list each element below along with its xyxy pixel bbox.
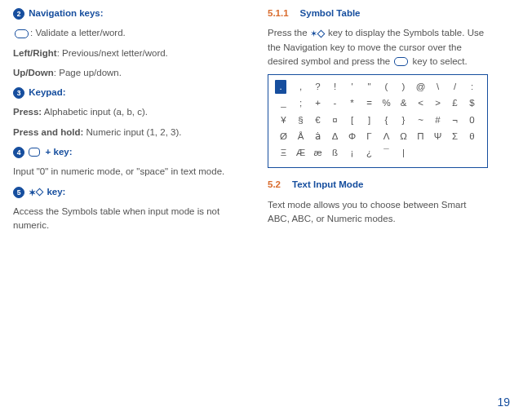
symbol-cell: Ω	[395, 130, 412, 144]
symbol-cell: æ	[309, 146, 326, 160]
symbol-cell: *	[343, 96, 361, 110]
symbol-cell: ¡	[343, 146, 361, 160]
symbol-cell: Φ	[343, 130, 361, 144]
manual-page: 2 Navigation keys: : Validate a letter/w…	[0, 0, 523, 245]
up-down-text: : Page up/down.	[54, 68, 122, 77]
sym-text-c: key to select.	[410, 56, 467, 66]
symbol-cell: ¯	[378, 146, 395, 160]
up-down-label: Up/Down	[13, 68, 54, 77]
sym-text-a: Press the	[268, 28, 310, 38]
symbol-cell: Ø	[275, 130, 292, 144]
press-text: Alphabetic input (a, b, c).	[42, 107, 148, 117]
symbol-cell: ~	[412, 113, 429, 127]
symbol-cell: Ξ	[275, 146, 292, 160]
symbol-cell: )	[395, 80, 412, 94]
left-column: 2 Navigation keys: : Validate a letter/w…	[13, 7, 233, 238]
marker-3-icon: 3	[13, 87, 24, 99]
press-hold-label: Press and hold:	[13, 127, 83, 137]
up-down-line: Up/Down: Page up/down.	[13, 66, 233, 80]
diamond-icon-2	[317, 29, 325, 38]
table-row: ØÅȧΔΦΓΛΩΠΨΣθ	[275, 130, 481, 144]
symbol-cell: {	[378, 113, 395, 127]
right-column: 5.1.1Symbol Table Press the ✶ key to dis…	[268, 7, 488, 238]
star-key-body: Access the Symbols table when input mode…	[13, 205, 233, 233]
symbol-cell: /	[446, 80, 463, 94]
validate-text: : Validate a letter/word.	[30, 28, 126, 38]
symbol-cell: ß	[326, 146, 343, 160]
item-keypad: 3 Keypad:	[13, 86, 233, 99]
zero-key-label: key:	[54, 147, 73, 157]
symbol-cell: _	[275, 96, 292, 110]
star-key-label: key:	[47, 187, 65, 197]
section-number: 5.1.1	[268, 8, 289, 18]
symbol-cell: "	[361, 80, 378, 94]
symbol-cell: ¤	[326, 113, 343, 127]
left-right-line: Left/Right: Previous/next letter/word.	[13, 46, 233, 60]
left-right-label: Left/Right	[13, 48, 57, 58]
text-input-para: Text mode allows you to choose between S…	[268, 198, 488, 227]
symbol-cell: -	[326, 96, 343, 110]
symbol-cell: #	[429, 113, 446, 127]
symbol-cell: ȧ	[309, 130, 326, 144]
marker-4-icon: 4	[13, 147, 24, 158]
symbol-cell: '	[343, 80, 361, 94]
section-title: Symbol Table	[300, 8, 361, 18]
symbol-cell: §	[292, 113, 309, 127]
symbol-cell: €	[309, 113, 326, 127]
symbol-cell: Æ	[292, 146, 309, 160]
symbol-cell: (	[378, 80, 395, 94]
diamond-icon	[36, 188, 44, 197]
symbol-table-para: Press the ✶ key to display the Symbols t…	[268, 26, 488, 69]
symbol-cell: %	[378, 96, 395, 110]
keypad-heading: Keypad:	[29, 87, 65, 97]
symbol-cell: <	[412, 96, 429, 110]
zero-key-group: + key:	[29, 147, 72, 157]
symbol-cell: }	[395, 113, 412, 127]
symbol-cell: =	[361, 96, 378, 110]
ok-key-icon	[15, 29, 29, 38]
symbol-cell: ¥	[275, 113, 292, 127]
press-label: Press:	[13, 107, 42, 117]
table-row: .,?!'"()@\/:	[275, 80, 481, 94]
symbol-table: .,?!'"()@\/: _;+-*=%&<>£$ ¥§€¤[]{}~#¬0 Ø…	[268, 74, 488, 168]
press-line: Press: Alphabetic input (a, b, c).	[13, 105, 233, 119]
marker-2-icon: 2	[13, 8, 24, 20]
section-title: Text Input Mode	[292, 179, 363, 189]
press-hold-text: Numeric input (1, 2, 3).	[83, 127, 181, 137]
symbol-cell: Ψ	[429, 130, 446, 144]
table-row: _;+-*=%&<>£$	[275, 96, 481, 110]
validate-line: : Validate a letter/word.	[13, 26, 233, 40]
symbol-cell: Π	[412, 130, 429, 144]
symbol-cell: 0	[463, 113, 481, 127]
symbol-cell: Σ	[446, 130, 463, 144]
left-right-text: : Previous/next letter/word.	[57, 48, 168, 58]
symbol-cell: :	[463, 80, 481, 94]
symbol-cell: θ	[463, 130, 481, 144]
symbol-cell: ¬	[446, 113, 463, 127]
ok-key-icon-2	[394, 57, 408, 66]
symbol-cell: &	[395, 96, 412, 110]
symbol-cell: Γ	[361, 130, 378, 144]
symbol-cell: [	[343, 113, 361, 127]
symbol-cell: .	[275, 80, 286, 94]
item-nav-keys: 2 Navigation keys:	[13, 7, 233, 20]
symbol-cell: !	[326, 80, 343, 94]
symbol-cell: @	[412, 80, 429, 94]
item-star-key: 5 ✶ key:	[13, 185, 233, 199]
zero-key-icon	[29, 148, 40, 157]
table-row: ¥§€¤[]{}~#¬0	[275, 113, 481, 127]
symbol-cell: Δ	[326, 130, 343, 144]
symbol-cell: |	[395, 146, 412, 160]
star-key-group: ✶ key:	[29, 187, 65, 197]
section-number: 5.2	[268, 179, 281, 189]
symbol-cell: ,	[292, 80, 309, 94]
section-5-2: 5.2Text Input Mode	[268, 178, 488, 192]
symbol-cell: >	[429, 96, 446, 110]
nav-keys-heading: Navigation keys:	[29, 8, 103, 18]
symbol-cell: +	[309, 96, 326, 110]
symbol-cell: Λ	[378, 130, 395, 144]
symbol-cell: ?	[309, 80, 326, 94]
symbol-cell: ¿	[361, 146, 378, 160]
section-5-1-1: 5.1.1Symbol Table	[268, 7, 488, 20]
page-number: 19	[497, 396, 510, 409]
